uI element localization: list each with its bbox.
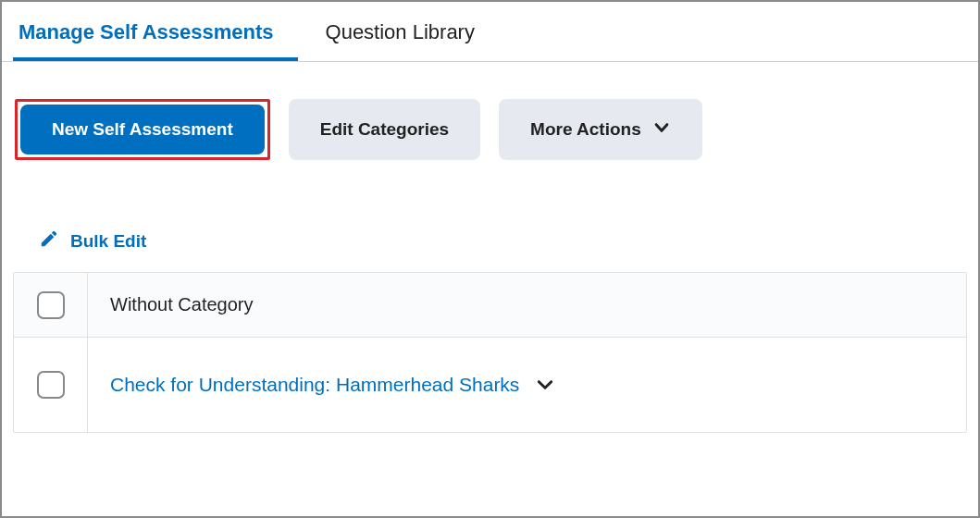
- assessment-list: Without Category Check for Understanding…: [13, 272, 967, 433]
- tab-manage-self-assessments[interactable]: Manage Self Assessments: [13, 2, 298, 61]
- list-item: Check for Understanding: Hammerhead Shar…: [14, 338, 966, 432]
- bulk-edit-label: Bulk Edit: [70, 231, 146, 252]
- item-content: Check for Understanding: Hammerhead Shar…: [88, 357, 577, 413]
- tab-question-library[interactable]: Question Library: [320, 2, 499, 61]
- chevron-down-icon[interactable]: [536, 375, 554, 396]
- toolbar: New Self Assessment Edit Categories More…: [2, 62, 978, 173]
- bulk-edit-row: Bulk Edit: [2, 173, 978, 272]
- more-actions-button[interactable]: More Actions: [499, 99, 702, 160]
- tab-bar: Manage Self Assessments Question Library: [2, 2, 978, 62]
- assessment-link[interactable]: Check for Understanding: Hammerhead Shar…: [110, 374, 519, 396]
- checkbox-cell: [14, 338, 88, 432]
- category-content: Without Category: [88, 278, 276, 332]
- checkbox-cell: [14, 273, 88, 337]
- highlight-annotation: New Self Assessment: [15, 99, 270, 160]
- more-actions-label: More Actions: [530, 119, 641, 140]
- category-row: Without Category: [14, 273, 966, 338]
- new-self-assessment-button[interactable]: New Self Assessment: [20, 105, 265, 154]
- pencil-icon: [39, 228, 59, 253]
- category-label: Without Category: [110, 294, 254, 315]
- bulk-edit-link[interactable]: Bulk Edit: [39, 228, 146, 253]
- item-checkbox[interactable]: [37, 371, 65, 399]
- chevron-down-icon: [652, 118, 671, 142]
- edit-categories-button[interactable]: Edit Categories: [289, 99, 480, 160]
- category-checkbox[interactable]: [37, 291, 65, 319]
